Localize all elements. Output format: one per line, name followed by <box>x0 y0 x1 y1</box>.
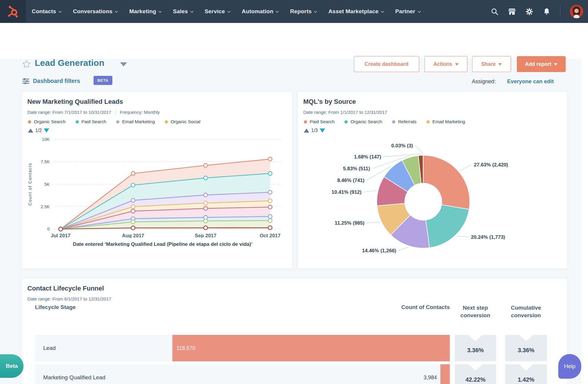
nav-divider <box>560 5 560 18</box>
assigned-permission-link[interactable]: Everyone can edit <box>507 78 554 85</box>
nav-item-reports[interactable]: Reports <box>290 8 317 15</box>
svg-text:8.46% (741): 8.46% (741) <box>337 178 364 183</box>
nav-item-conversations[interactable]: Conversations <box>73 8 118 15</box>
column-header-count: Count of Contacts <box>385 304 450 310</box>
legend-dot <box>28 120 31 123</box>
donut-chart: 27.63% (2,420)20.24% (1,773)14.46% (1,26… <box>297 128 568 269</box>
legend-item-referrals[interactable]: Referrals <box>392 119 417 124</box>
svg-text:11.25% (985): 11.25% (985) <box>335 220 364 226</box>
date-range: Date range: From 6/1/2017 to 12/31/2017 <box>27 296 111 302</box>
svg-text:5.83% (511): 5.83% (511) <box>343 166 370 171</box>
svg-text:14.46% (1,266): 14.46% (1,266) <box>362 248 396 253</box>
chart-legend: Organic Search Paid Search Email Marketi… <box>28 119 200 124</box>
nav-item-sales[interactable]: Sales <box>173 8 194 15</box>
funnel-row-lead: Lead 118,570 3.36% 3.36% <box>21 335 568 361</box>
next-step-conversion-value: 3.36% <box>455 335 496 361</box>
svg-text:Oct 2017: Oct 2017 <box>260 233 281 238</box>
filter-sliders-icon[interactable] <box>22 77 30 85</box>
chart-legend: Paid Search Organic Search Referrals Ema… <box>304 119 465 124</box>
nav-item-marketing[interactable]: Marketing <box>129 8 162 15</box>
avatar-photo <box>570 5 583 18</box>
count-value: 118,570 <box>176 335 195 361</box>
date-range: Date range: From 7/1/2017 to 10/31/2017 <box>27 110 111 115</box>
hubspot-sprocket-icon <box>6 5 20 18</box>
report-subtitle: Date range: From 6/1/2017 to 12/31/2017 <box>27 296 111 302</box>
legend-item-email-marketing[interactable]: Email Marketing <box>427 119 465 124</box>
svg-text:2.5K: 2.5K <box>41 204 50 209</box>
beta-badge: BETA <box>94 76 112 85</box>
legend-item-organic-social[interactable]: Organic Social <box>165 119 200 124</box>
report-title: Contact Lifecycle Funnel <box>27 285 104 292</box>
hubspot-logo[interactable] <box>0 0 26 23</box>
nav-item-partner[interactable]: Partner <box>395 8 421 15</box>
svg-text:Aug 2017: Aug 2017 <box>122 233 144 238</box>
chevron-down-icon <box>115 11 118 13</box>
legend-dot <box>392 120 395 123</box>
page-header: Lead Generation Create dashboard Actions… <box>0 23 588 59</box>
legend-page-down-icon[interactable] <box>44 128 49 133</box>
settings-icon[interactable] <box>525 8 533 16</box>
svg-text:7.5K: 7.5K <box>41 159 50 164</box>
beta-pill[interactable]: Beta <box>0 354 24 378</box>
svg-text:Sep 2017: Sep 2017 <box>195 233 216 238</box>
legend-page-up-icon[interactable] <box>28 128 33 133</box>
search-icon[interactable] <box>491 8 499 16</box>
svg-text:20.24% (1,773): 20.24% (1,773) <box>471 234 505 240</box>
marketplace-icon[interactable] <box>508 8 516 16</box>
next-step-conversion-value: 42.22% <box>455 364 496 384</box>
svg-text:Count of Contacts: Count of Contacts <box>27 163 32 206</box>
legend-item-organic-search[interactable]: Organic Search <box>344 119 382 124</box>
nav-item-asset-marketplace[interactable]: Asset Marketplace <box>328 8 384 15</box>
svg-text:0: 0 <box>47 226 50 231</box>
chevron-down-icon <box>227 11 231 13</box>
chevron-down-icon <box>418 11 421 13</box>
legend-dot <box>76 120 79 123</box>
nav-item-automation[interactable]: Automation <box>242 8 279 15</box>
legend-item-email-marketing[interactable]: Email Marketing <box>116 119 155 124</box>
svg-text:Jul 2017: Jul 2017 <box>51 233 71 238</box>
funnel-bar <box>172 335 450 361</box>
legend-item-organic-search[interactable]: Organic Search <box>28 119 66 124</box>
date-range: Date range: From 1/1/2017 to 12/31/2017 <box>303 110 387 115</box>
hubspot-dashboard-screen: Contacts Conversations Marketing Sales S… <box>0 0 588 384</box>
funnel-bar <box>440 364 450 384</box>
contact-lifecycle-funnel-card: Contact Lifecycle Funnel Date range: Fro… <box>21 278 568 384</box>
column-header-lifecycle-stage: Lifecycle Stage <box>35 304 76 310</box>
legend-dot <box>427 120 430 123</box>
legend-dot <box>304 120 307 123</box>
avatar[interactable] <box>570 5 583 18</box>
nav-utilities <box>491 0 583 23</box>
svg-text:10.41% (912): 10.41% (912) <box>332 189 362 195</box>
dashboard-filters-toggle[interactable]: Dashboard filters <box>33 78 80 84</box>
report-subtitle: Date range: From 1/1/2017 to 12/31/2017 <box>303 110 387 115</box>
chevron-down-icon <box>159 11 162 13</box>
legend-dot <box>165 120 168 123</box>
legend-dot <box>116 120 119 123</box>
mql-by-source-card: MQL's by Source Date range: From 1/1/201… <box>297 91 568 269</box>
column-header-cumulative: Cumulative conversion <box>499 304 552 319</box>
count-value: 3,984 <box>424 364 437 384</box>
legend-dot <box>344 120 348 123</box>
legend-item-paid-search[interactable]: Paid Search <box>76 119 106 124</box>
svg-text:0.03% (3): 0.03% (3) <box>391 143 413 148</box>
scrollbar-track[interactable] <box>582 23 588 384</box>
legend-item-paid-search[interactable]: Paid Search <box>304 119 334 124</box>
cumulative-conversion-value: 1.42% <box>505 364 547 384</box>
chevron-down-icon <box>276 11 279 13</box>
bar-area <box>172 335 450 361</box>
report-title: New Marketing Qualified Leads <box>27 98 123 106</box>
nav-item-service[interactable]: Service <box>205 8 231 15</box>
stage-label: Marketing Qualified Lead <box>43 364 105 384</box>
subtitle-divider <box>115 110 116 115</box>
notifications-icon[interactable] <box>543 8 551 16</box>
help-button[interactable]: Help <box>558 354 581 379</box>
chevron-down-icon <box>314 11 317 13</box>
new-mql-leads-card: New Marketing Qualified Leads Date range… <box>21 91 293 269</box>
nav-menu: Contacts Conversations Marketing Sales S… <box>32 0 421 23</box>
nav-item-contacts[interactable]: Contacts <box>32 8 62 15</box>
svg-text:27.63% (2,420): 27.63% (2,420) <box>474 162 508 168</box>
column-header-next-step: Next step conversion <box>449 304 502 319</box>
filters-row: Dashboard filters BETA Assigned: Everyon… <box>0 59 588 88</box>
report-subtitle: Date range: From 7/1/2017 to 10/31/2017 … <box>27 110 160 115</box>
bar-area <box>172 364 450 384</box>
